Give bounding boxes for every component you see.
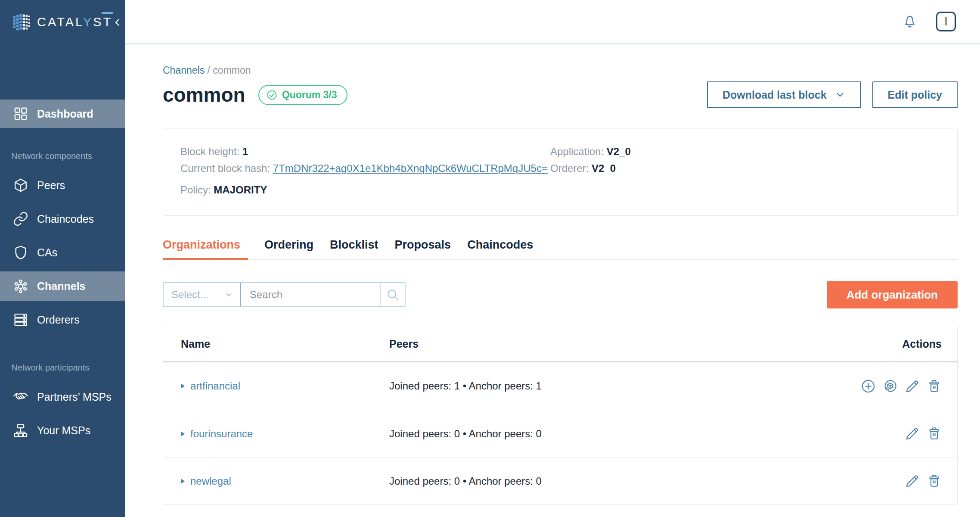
search-icon[interactable] [381,283,405,306]
sidebar-item-label: Partners’ MSPs [37,391,112,403]
sidebar-item-label: CAs [37,246,57,259]
logo-row: CATALYST [0,0,125,44]
org-link-fourinsurance[interactable]: fourinsurance [190,428,253,440]
policy-line: Policy: MAJORITY [180,181,550,198]
server-stack-icon [13,312,28,327]
org-chart-icon [13,423,28,438]
sidebar-item-chaincodes[interactable]: Chaincodes [0,204,125,234]
org-link-newlegal[interactable]: newlegal [190,475,231,487]
channel-info-panel: Block height: 1 Current block hash: 7TmD… [163,128,958,216]
check-circle-icon [266,89,278,101]
sidebar-item-label: Dashboard [37,108,93,120]
redeploy-cube-icon[interactable] [883,379,898,394]
edit-pencil-icon[interactable] [905,379,920,394]
peers-summary: Joined peers: 1 • Anchor peers: 1 [389,380,861,392]
quorum-badge-label: Quorum 3/3 [282,89,337,101]
avatar-initial: I [944,15,948,28]
channel-tabs: Organizations Ordering Blocklist Proposa… [163,238,958,260]
table-row: artfinancial Joined peers: 1 • Anchor pe… [163,362,957,410]
filter-select[interactable]: Select... [164,283,240,306]
delete-trash-icon[interactable] [927,379,942,394]
sidebar-collapse-icon[interactable] [112,16,123,29]
title-row: common Quorum 3/3 Download last block Ed… [163,81,958,108]
breadcrumb-channels-link[interactable]: Channels [163,65,205,76]
organizations-table: Name Peers Actions artfinancial Joined p… [163,326,958,505]
block-height-line: Block height: 1 [180,143,550,160]
hub-icon [13,278,28,294]
add-organization-button[interactable]: Add organization [827,281,958,308]
expand-triangle-icon[interactable] [181,383,185,389]
notifications-bell-icon[interactable] [902,13,918,30]
column-header-actions: Actions [902,338,942,350]
edit-pencil-icon[interactable] [905,426,920,441]
table-header-row: Name Peers Actions [163,326,957,362]
orderer-value: V2_0 [592,162,616,174]
sidebar-item-partners-msps[interactable]: Partners’ MSPs [0,382,125,411]
row-actions [905,426,942,441]
chevron-down-icon [834,89,846,100]
breadcrumb-separator: / [208,65,213,76]
row-actions [861,379,942,394]
tab-ordering[interactable]: Ordering [264,238,313,259]
quorum-status-badge: Quorum 3/3 [258,85,347,105]
edit-pencil-icon[interactable] [905,473,920,489]
user-avatar[interactable]: I [936,12,956,31]
channel-info-left: Block height: 1 Current block hash: 7TmD… [180,143,550,198]
org-link-artfinancial[interactable]: artfinancial [190,380,240,392]
sidebar-item-label: Orderers [37,314,80,326]
sidebar-item-label: Peers [37,179,65,192]
breadcrumb: Channels / common [163,65,958,76]
application-line: Application: V2_0 [550,143,940,160]
add-peer-icon[interactable] [861,379,876,394]
handshake-icon [13,389,28,405]
policy-value: MAJORITY [214,184,267,196]
channel-info-right: Application: V2_0 Orderer: V2_0 [550,143,940,198]
tab-proposals[interactable]: Proposals [395,238,451,259]
expand-triangle-icon[interactable] [181,479,185,484]
column-header-peers: Peers [389,338,902,350]
expand-triangle-icon[interactable] [181,431,185,436]
cube-icon [13,178,28,193]
edit-policy-button[interactable]: Edit policy [872,81,958,108]
sidebar-item-label: Channels [37,280,86,293]
delete-trash-icon[interactable] [927,473,942,489]
peers-summary: Joined peers: 0 • Anchor peers: 0 [389,428,905,440]
column-header-name: Name [181,338,389,350]
peers-summary: Joined peers: 0 • Anchor peers: 0 [389,475,905,487]
table-row: newlegal Joined peers: 0 • Anchor peers:… [163,457,957,505]
chain-link-icon [13,211,28,227]
shield-icon [13,245,28,260]
block-hash-line: Current block hash: 7TmDNr322+ag0X1e1Kbh… [180,160,550,177]
sidebar-item-label: Your MSPs [37,424,90,437]
dashboard-icon [13,106,28,121]
brand-name: CATALYST [37,15,112,29]
topbar: I [125,0,980,44]
chevron-down-icon [224,290,233,299]
row-actions [905,473,942,489]
sidebar-item-label: Chaincodes [37,213,94,225]
search-input[interactable] [241,283,380,306]
tab-blocklist[interactable]: Blocklist [330,238,378,259]
filter-select-placeholder: Select... [171,289,209,301]
tab-chaincodes[interactable]: Chaincodes [467,238,533,259]
download-last-block-button[interactable]: Download last block [707,81,861,108]
page-title: common [163,83,245,106]
delete-trash-icon[interactable] [927,426,942,441]
sidebar-item-cas[interactable]: CAs [0,238,125,267]
table-row: fourinsurance Joined peers: 0 • Anchor p… [163,410,957,457]
sidebar-item-dashboard[interactable]: Dashboard [0,100,125,128]
breadcrumb-current: common [213,65,251,76]
tab-organizations[interactable]: Organizations [163,238,248,260]
sidebar: CATALYST Dashboard Network components Pe… [0,0,125,517]
filter-row: Select... Add organization [163,281,958,308]
sidebar-item-peers[interactable]: Peers [0,171,125,200]
edit-policy-label: Edit policy [888,89,942,101]
block-height-value: 1 [242,146,248,157]
download-last-block-label: Download last block [723,89,827,101]
sidebar-item-your-msps[interactable]: Your MSPs [0,416,125,445]
current-block-hash-link[interactable]: 7TmDNr322+ag0X1e1Kbh4bXnqNpCk6WuCLTRpMqJ… [273,162,548,174]
sidebar-section-components: Network components [11,151,125,161]
sidebar-item-channels[interactable]: Channels [0,271,125,301]
sidebar-item-orderers[interactable]: Orderers [0,305,125,334]
application-value: V2_0 [607,146,631,157]
